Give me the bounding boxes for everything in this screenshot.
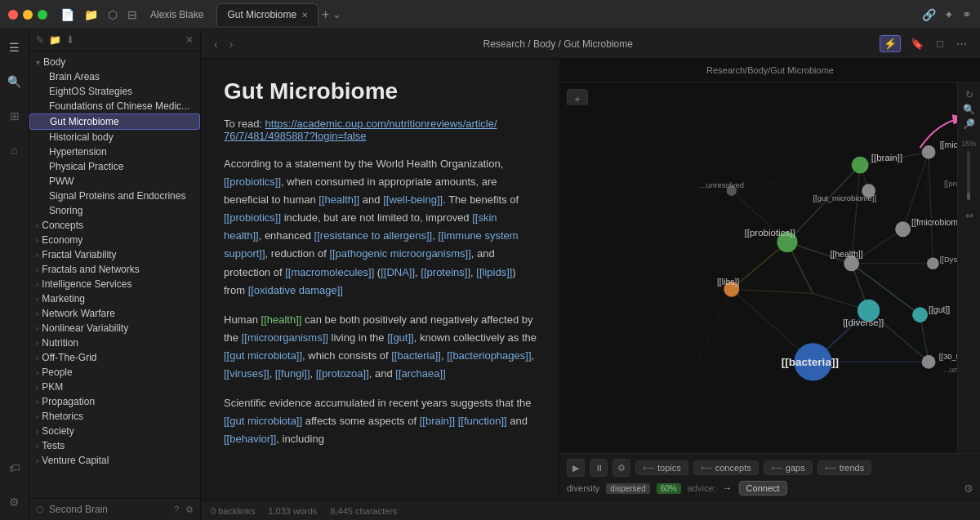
- new-tab-button[interactable]: +: [322, 7, 329, 22]
- copy-icon[interactable]: □: [933, 36, 947, 51]
- zoom-slider[interactable]: 15%: [961, 140, 976, 200]
- folder-venture[interactable]: › Venture Capital: [29, 453, 200, 468]
- link-allergens[interactable]: [[resistance to allergens]]: [314, 229, 433, 242]
- file-gut-microbiome[interactable]: Gut Microbiome: [29, 113, 200, 130]
- link-dna[interactable]: [[DNA]]: [381, 266, 415, 278]
- folder-fractals-networks[interactable]: › Fractals and Networks: [29, 262, 200, 277]
- tab-dropdown-icon[interactable]: ⌄: [332, 8, 341, 20]
- settings-icon[interactable]: ⚙: [185, 504, 194, 515]
- link-gut-microbiota[interactable]: [[gut microbiota]]: [224, 349, 302, 362]
- file-foundations[interactable]: Foundations of Chinese Medic...: [29, 99, 200, 113]
- link-proteins[interactable]: [[proteins]]: [421, 266, 470, 278]
- folder-propagation[interactable]: › Propagation: [29, 394, 200, 409]
- folder-body[interactable]: ▾ Body: [29, 55, 200, 69]
- folder-people[interactable]: › People: [29, 365, 200, 380]
- link-icon[interactable]: 🔗: [922, 8, 936, 21]
- filetree-sort-icon[interactable]: ⬇: [66, 34, 74, 46]
- file-pww[interactable]: PWW: [29, 174, 200, 189]
- refresh-graph-icon[interactable]: ↻: [965, 89, 973, 100]
- graph-icon[interactable]: ✦: [944, 8, 954, 21]
- sidebar-icon-home[interactable]: ⌂: [3, 139, 26, 162]
- sidebar-icon-tags[interactable]: 🏷: [3, 456, 26, 479]
- link-gut-microbiota2[interactable]: [[gut microbiota]]: [224, 415, 302, 427]
- zoom-in-icon[interactable]: 🔍: [963, 118, 975, 130]
- folder-rhetorics[interactable]: › Rhetorics: [29, 409, 200, 424]
- file-physical-practice[interactable]: Physical Practice: [29, 159, 200, 174]
- link-bacteria[interactable]: [[bacteria]]: [391, 349, 441, 362]
- link-health[interactable]: [[health]]: [318, 193, 359, 206]
- copilot-icon[interactable]: ⚡: [880, 35, 901, 52]
- folder-network-warfare[interactable]: › Network Warfare: [29, 306, 200, 321]
- graph-canvas[interactable]: + 💬 ⊡ ⇱: [560, 82, 980, 453]
- filter-topics[interactable]: ⟵ topics: [635, 460, 688, 475]
- file-brain-areas[interactable]: Brain Areas: [29, 69, 200, 84]
- bookmark-icon[interactable]: 🔖: [907, 36, 927, 51]
- filter-gaps[interactable]: ⟵ gaps: [764, 460, 813, 475]
- link-pathogenic[interactable]: [[pathogenic microorganisms]]: [329, 247, 470, 260]
- link-health2[interactable]: [[health]]: [261, 313, 302, 326]
- more-icon[interactable]: ⋯: [953, 36, 970, 51]
- link-brain[interactable]: [[brain]]: [420, 415, 455, 427]
- link-fungi[interactable]: [[fungi]]: [275, 367, 310, 380]
- link-lipids[interactable]: [[lipids]]: [476, 266, 512, 278]
- sidebar-icon-files[interactable]: ☰: [3, 36, 26, 59]
- folder-off-grid[interactable]: › Off-The-Grid: [29, 350, 200, 365]
- help-icon[interactable]: ?: [174, 504, 179, 515]
- active-tab[interactable]: Gut Microbiome ✕: [216, 3, 318, 26]
- file-signal-proteins[interactable]: Signal Proteins and Endocrines: [29, 189, 200, 203]
- share-icon[interactable]: ⚭: [962, 8, 972, 21]
- sidebar-icon-grid[interactable]: ⊞: [3, 104, 26, 127]
- back-button[interactable]: ‹: [211, 36, 221, 52]
- link-probiotics[interactable]: [[probiotics]]: [224, 176, 281, 188]
- link-archaea[interactable]: [[archaea]]: [395, 367, 445, 380]
- filetree-edit-icon[interactable]: ✎: [36, 34, 44, 46]
- graph-settings-button[interactable]: ⚙: [612, 459, 630, 477]
- play-button[interactable]: ▶: [567, 459, 585, 477]
- file-historical-body[interactable]: Historical body: [29, 130, 200, 144]
- folder-tests[interactable]: › Tests: [29, 438, 200, 453]
- link-gut[interactable]: [[gut]]: [387, 331, 414, 344]
- forward-button[interactable]: ›: [226, 36, 237, 52]
- file-hypertension[interactable]: Hypertension: [29, 144, 200, 159]
- folder-icon[interactable]: 📁: [84, 8, 98, 21]
- maximize-button[interactable]: [38, 10, 47, 20]
- close-button[interactable]: [8, 10, 18, 20]
- layout-icon[interactable]: ⊟: [127, 8, 137, 21]
- tab-close-icon[interactable]: ✕: [301, 11, 308, 20]
- pause-button[interactable]: ⏸: [590, 459, 608, 477]
- sync-icon[interactable]: ⬡: [108, 8, 118, 21]
- link-bacteriophages[interactable]: [[bacteriophages]]: [447, 349, 531, 362]
- filetree-folder-icon[interactable]: 📁: [49, 34, 61, 46]
- link-probiotics2[interactable]: [[probiotics]]: [224, 211, 281, 224]
- file-eightos[interactable]: EightOS Strategies: [29, 84, 200, 99]
- sidebar-icon-settings[interactable]: ⚙: [3, 491, 26, 513]
- new-file-icon[interactable]: 📄: [60, 8, 74, 21]
- folder-nonlinear[interactable]: › Nonlinear Variability: [29, 321, 200, 336]
- folder-nutrition[interactable]: › Nutrition: [29, 336, 200, 350]
- link-behavior[interactable]: [[behavior]]: [224, 433, 276, 445]
- file-snoring[interactable]: Snoring: [29, 203, 200, 218]
- minimize-button[interactable]: [23, 10, 33, 20]
- link-macromolecules[interactable]: [[macromolecules]]: [285, 266, 374, 278]
- link-oxidative[interactable]: [[oxidative damage]]: [248, 284, 343, 296]
- link-viruses[interactable]: [[viruses]]: [224, 367, 270, 380]
- fit-icon[interactable]: ⇔: [965, 210, 973, 221]
- link-protozoa[interactable]: [[protozoa]]: [316, 367, 369, 380]
- folder-marketing[interactable]: › Marketing: [29, 291, 200, 306]
- folder-pkm[interactable]: › PKM: [29, 380, 200, 394]
- link-function[interactable]: [[function]]: [458, 415, 507, 427]
- folder-economy[interactable]: › Economy: [29, 233, 200, 247]
- settings-gear-icon[interactable]: ⚙: [964, 482, 973, 495]
- folder-fractal-variability[interactable]: › Fractal Variability: [29, 247, 200, 262]
- sidebar-icon-search[interactable]: 🔍: [3, 70, 26, 93]
- folder-concepts[interactable]: › Concepts: [29, 218, 200, 233]
- document-link[interactable]: https://academic.oup.com/nutritionreview…: [224, 118, 497, 142]
- folder-society[interactable]: › Society: [29, 424, 200, 438]
- link-microorganisms[interactable]: [[microorganisms]]: [242, 331, 328, 344]
- filetree-close-icon[interactable]: ✕: [185, 34, 194, 46]
- filter-concepts[interactable]: ⟵ concepts: [693, 460, 759, 475]
- folder-intelligence[interactable]: › Intelligence Services: [29, 277, 200, 291]
- zoom-out-icon[interactable]: 🔍: [963, 104, 975, 115]
- link-wellbeing[interactable]: [[well-being]]: [383, 193, 443, 206]
- filter-trends[interactable]: ⟵ trends: [817, 460, 872, 475]
